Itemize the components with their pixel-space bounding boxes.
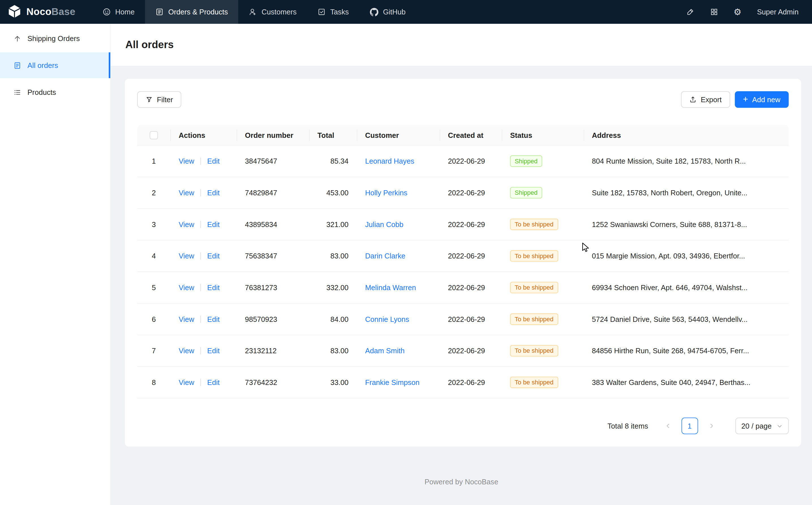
page-size-value: 20 / page [741, 422, 772, 430]
nocobase-logo-icon [7, 4, 22, 20]
sidebar-item-all-orders[interactable]: All orders [0, 52, 110, 78]
next-page-button[interactable] [704, 419, 719, 433]
address-cell: 804 Runte Mission, Suite 182, 15783, Nor… [584, 157, 789, 165]
add-new-button[interactable]: + Add new [735, 91, 789, 108]
action-divider [201, 157, 201, 165]
nav-item-customers[interactable]: Customers [238, 0, 307, 24]
edit-link[interactable]: Edit [207, 378, 220, 386]
customer-cell: Frankie Simpson [357, 378, 440, 386]
list-icon [14, 88, 21, 96]
total-cell: 83.00 [309, 347, 357, 355]
edit-link[interactable]: Edit [207, 188, 220, 197]
view-link[interactable]: View [179, 347, 194, 355]
table-row: 3 View Edit 43895834 321.00 Julian Cobb … [137, 209, 789, 240]
view-link[interactable]: View [179, 252, 194, 260]
export-button-label: Export [701, 96, 722, 104]
row-index: 3 [152, 220, 156, 228]
edit-link[interactable]: Edit [207, 283, 220, 292]
nav-item-home[interactable]: Home [92, 0, 145, 24]
column-header-address: Address [584, 125, 789, 145]
status-badge: To be shipped [510, 313, 558, 325]
row-index: 4 [152, 252, 156, 260]
created-at-cell: 2022-06-29 [440, 283, 502, 292]
user-menu[interactable]: Super Admin [757, 8, 799, 16]
order-number-cell: 38475647 [237, 157, 309, 165]
sidebar-item-shipping-orders[interactable]: Shipping Orders [0, 25, 110, 51]
order-number-cell: 74829847 [237, 188, 309, 197]
table-header: Actions Order number Total Customer Crea… [137, 125, 789, 146]
column-header-created-at: Created at [440, 125, 502, 145]
customer-cell: Darin Clarke [357, 252, 440, 260]
gear-icon[interactable]: ⚙ [734, 8, 742, 16]
status-badge: To be shipped [510, 250, 558, 262]
status-cell: To be shipped [502, 377, 584, 388]
smile-icon [102, 8, 110, 16]
customer-link[interactable]: Holly Perkins [365, 188, 408, 197]
nav-item-orders-products[interactable]: Orders & Products [145, 0, 238, 24]
nav-item-github[interactable]: GitHub [359, 0, 416, 24]
highlighter-icon[interactable] [686, 8, 694, 16]
created-at-cell: 2022-06-29 [440, 157, 502, 165]
plugins-grid-icon[interactable] [710, 8, 718, 16]
status-cell: Shipped [502, 155, 584, 167]
select-all-checkbox[interactable] [150, 131, 158, 139]
sidebar-item-products[interactable]: Products [0, 79, 110, 105]
pagination-total: Total 8 items [607, 422, 648, 430]
table-row: 2 View Edit 74829847 453.00 Holly Perkin… [137, 177, 789, 209]
view-link[interactable]: View [179, 378, 194, 386]
actions-cell: View Edit [170, 347, 237, 355]
edit-link[interactable]: Edit [207, 252, 220, 260]
status-cell: To be shipped [502, 218, 584, 230]
view-link[interactable]: View [179, 283, 194, 292]
filter-icon [146, 96, 153, 103]
created-at-cell: 2022-06-29 [440, 220, 502, 228]
page-number-button[interactable]: 1 [681, 417, 698, 434]
customer-link[interactable]: Leonard Hayes [365, 157, 414, 165]
edit-link[interactable]: Edit [207, 157, 220, 165]
total-cell: 453.00 [309, 188, 357, 197]
row-index-cell: 2 [137, 188, 170, 197]
row-index-cell: 5 [137, 283, 170, 292]
customer-link[interactable]: Frankie Simpson [365, 378, 419, 386]
edit-link[interactable]: Edit [207, 315, 220, 323]
prev-page-button[interactable] [660, 419, 675, 433]
view-link[interactable]: View [179, 315, 194, 323]
customers-icon [249, 8, 257, 16]
actions-cell: View Edit [170, 378, 237, 386]
filter-button[interactable]: Filter [137, 91, 181, 108]
actions-cell: View Edit [170, 315, 237, 323]
toolbar: Filter Export + Add new [137, 91, 789, 108]
nav-item-tasks[interactable]: Tasks [307, 0, 359, 24]
action-divider [201, 379, 201, 386]
chevron-down-icon [777, 423, 783, 429]
customer-link[interactable]: Julian Cobb [365, 220, 403, 228]
customer-link[interactable]: Adam Smith [365, 347, 404, 355]
column-header-order-number: Order number [237, 125, 309, 145]
export-button[interactable]: Export [681, 91, 730, 108]
order-number-cell: 75638347 [237, 252, 309, 260]
edit-link[interactable]: Edit [207, 220, 220, 228]
total-cell: 33.00 [309, 378, 357, 386]
row-index: 2 [152, 188, 156, 197]
view-link[interactable]: View [179, 157, 194, 165]
row-index-cell: 8 [137, 378, 170, 386]
page-size-select[interactable]: 20 / page [735, 417, 789, 434]
actions-cell: View Edit [170, 188, 237, 197]
column-header-total: Total [309, 125, 357, 145]
order-number-cell: 73764232 [237, 378, 309, 386]
page-title: All orders [125, 39, 174, 51]
row-index-cell: 7 [137, 347, 170, 355]
view-link[interactable]: View [179, 220, 194, 228]
edit-link[interactable]: Edit [207, 347, 220, 355]
brand[interactable]: NocoBase [0, 4, 84, 20]
customer-link[interactable]: Melinda Warren [365, 283, 416, 292]
github-icon [369, 8, 378, 16]
orders-icon [155, 8, 164, 16]
customer-link[interactable]: Darin Clarke [365, 252, 405, 260]
view-link[interactable]: View [179, 188, 194, 197]
row-index-cell: 6 [137, 315, 170, 323]
status-badge: To be shipped [510, 282, 558, 293]
row-index: 8 [152, 378, 156, 386]
customer-cell: Holly Perkins [357, 188, 440, 197]
customer-link[interactable]: Connie Lyons [365, 315, 409, 323]
